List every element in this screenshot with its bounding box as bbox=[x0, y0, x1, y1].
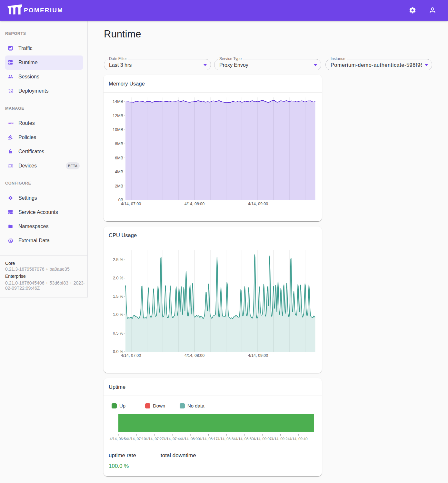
svg-text:1.0 %: 1.0 % bbox=[113, 312, 123, 317]
svg-text:2.5 %: 2.5 % bbox=[113, 257, 123, 262]
svg-text:4/14, 07:10: 4/14, 07:10 bbox=[127, 437, 146, 441]
svg-text:4/14, 06:54: 4/14, 06:54 bbox=[110, 437, 128, 441]
svg-text:12MB: 12MB bbox=[113, 114, 123, 118]
svg-text:2.0 %: 2.0 % bbox=[113, 276, 123, 280]
svg-text:4/14, 08:00: 4/14, 08:00 bbox=[184, 353, 205, 358]
svg-text:4/14, 08:00: 4/14, 08:00 bbox=[184, 202, 205, 206]
svg-text:2MB: 2MB bbox=[115, 184, 123, 188]
svg-text:4/14, 08:34: 4/14, 08:34 bbox=[217, 437, 236, 441]
svg-text:6MB: 6MB bbox=[115, 156, 123, 160]
svg-text:1.5 %: 1.5 % bbox=[113, 294, 123, 299]
svg-text:HTTP: HTTP bbox=[8, 122, 14, 124]
svg-text:10MB: 10MB bbox=[113, 127, 123, 132]
svg-text:4/14, 09:00: 4/14, 09:00 bbox=[248, 202, 268, 206]
svg-text:4MB: 4MB bbox=[115, 170, 123, 174]
svg-text:4/14, 07:00: 4/14, 07:00 bbox=[121, 353, 141, 358]
svg-text:4/14, 09:00: 4/14, 09:00 bbox=[248, 353, 268, 358]
svg-text:4/14, 08:50: 4/14, 08:50 bbox=[235, 437, 254, 441]
svg-text:14MB: 14MB bbox=[113, 99, 123, 104]
svg-text:8MB: 8MB bbox=[115, 142, 123, 146]
svg-text:4/14, 08:00: 4/14, 08:00 bbox=[182, 437, 200, 441]
svg-text:4/14, 07:44: 4/14, 07:44 bbox=[164, 437, 182, 441]
svg-text:0.5 %: 0.5 % bbox=[113, 331, 123, 336]
svg-text:4/14, 09:24: 4/14, 09:24 bbox=[271, 437, 290, 441]
svg-text:4/14, 07:27: 4/14, 07:27 bbox=[145, 437, 164, 441]
svg-text:4/14, 09:07: 4/14, 09:07 bbox=[254, 437, 272, 441]
svg-text:4/14, 09:40: 4/14, 09:40 bbox=[289, 437, 308, 441]
svg-text:4/14, 07:00: 4/14, 07:00 bbox=[121, 202, 141, 206]
svg-text:4/14, 08:17: 4/14, 08:17 bbox=[199, 437, 218, 441]
